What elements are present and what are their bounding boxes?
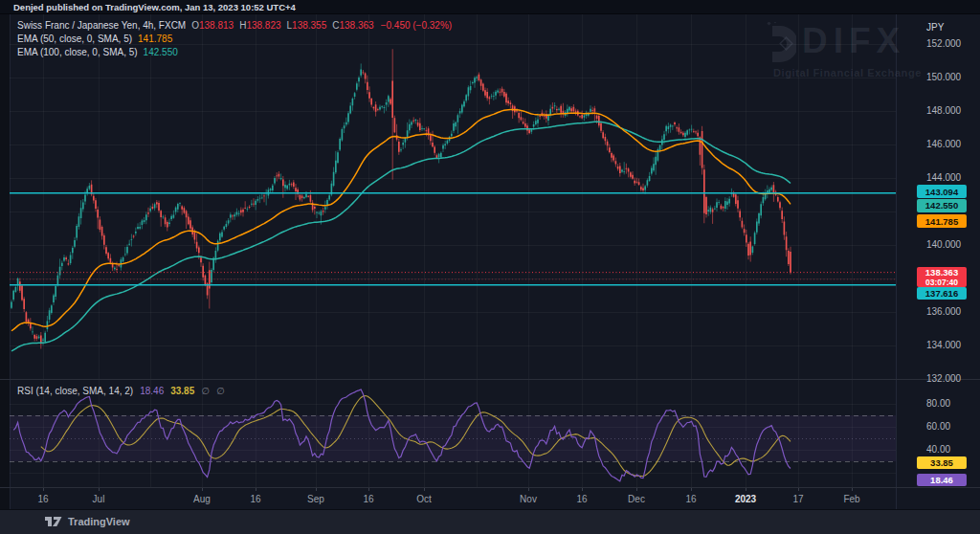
up-bodies — [11, 69, 771, 342]
close-value: 138.363 — [339, 20, 373, 31]
open-label: O — [191, 20, 199, 31]
time-label: 17 — [775, 494, 821, 504]
chart-canvas[interactable] — [0, 0, 980, 534]
ema100-line — [11, 122, 791, 351]
price-tick: 144.000 — [926, 172, 980, 183]
time-label: Oct — [401, 494, 447, 504]
price-badge: 143.094 — [917, 185, 967, 198]
time-label: 2023 — [723, 494, 768, 504]
pane-divider[interactable] — [0, 379, 980, 380]
down-wicks — [20, 49, 791, 348]
rsi-tick: 40.00 — [926, 444, 980, 455]
ema50-value: 141.785 — [138, 33, 172, 44]
rsi-band-hidden-1: ∅ — [201, 386, 210, 396]
price-tick: 132.000 — [926, 373, 980, 384]
ema50-line — [11, 109, 791, 330]
ema100-row: EMA (100, close, 0, SMA, 5)142.550 — [17, 46, 452, 59]
time-label: Nov — [505, 494, 551, 504]
time-label: Feb — [829, 494, 875, 504]
publish-info-bar: Denjed published on TradingView.com, Jan… — [0, 0, 980, 14]
time-label: Dec — [613, 494, 659, 504]
symbol-title[interactable]: Swiss Franc / Japanese Yen, 4h, FXCM — [17, 20, 186, 31]
symbol-legend: Swiss Franc / Japanese Yen, 4h, FXCMO138… — [17, 19, 452, 59]
price-tick: 134.000 — [926, 340, 980, 350]
rsi-sma-value: 33.85 — [170, 386, 194, 396]
price-badge: 142.550 — [917, 199, 967, 212]
time-label: 16 — [20, 494, 66, 504]
ema100-value: 142.550 — [144, 47, 178, 57]
publish-info-text: Denjed published on TradingView.com, Jan… — [13, 2, 296, 12]
tradingview-attribution[interactable]: TradingView — [44, 515, 130, 528]
price-badge: 141.785 — [917, 214, 967, 228]
rsi-tick: 80.00 — [926, 398, 980, 409]
price-tick: 148.000 — [926, 105, 980, 116]
price-tick: 150.000 — [926, 72, 980, 82]
rsi-band-hidden-2: ∅ — [216, 386, 225, 396]
attribution-bar: TradingView — [0, 509, 980, 534]
price-tick: 152.000 — [926, 38, 980, 49]
time-label: Aug — [179, 494, 225, 504]
rsi-badge: 33.85 — [917, 456, 967, 469]
price-badge: 137.616 — [917, 287, 967, 300]
candles-layer — [11, 49, 791, 348]
rsi-badge: 18.46 — [917, 474, 967, 486]
symbol-row: Swiss Franc / Japanese Yen, 4h, FXCMO138… — [17, 19, 452, 33]
rsi-sma-line — [41, 395, 791, 476]
ema50-label[interactable]: EMA (50, close, 0, SMA, 5) — [17, 33, 132, 44]
time-label: Sep — [293, 494, 339, 504]
up-wicks — [11, 63, 771, 345]
time-label: Jul — [76, 494, 122, 504]
time-axis-border — [0, 487, 980, 488]
open-value: 138.813 — [199, 20, 234, 31]
down-bodies — [20, 72, 791, 344]
ema100-label[interactable]: EMA (100, close, 0, SMA, 5) — [17, 47, 138, 57]
tradingview-logo-icon — [44, 515, 62, 528]
ema50-row: EMA (50, close, 0, SMA, 5)141.785 — [17, 33, 452, 46]
price-badge: 138.36303:07:40 — [917, 267, 967, 287]
rsi-legend: RSI (14, close, SMA, 14, 2)18.4633.85∅∅ — [17, 386, 225, 396]
price-axis-currency[interactable]: JPY — [926, 22, 944, 33]
high-value: 138.823 — [246, 20, 280, 31]
time-label: 16 — [668, 494, 714, 504]
rsi-tick: 60.00 — [926, 421, 980, 432]
rsi-label[interactable]: RSI (14, close, SMA, 14, 2) — [17, 386, 133, 396]
time-label: 16 — [345, 494, 391, 504]
time-label: 16 — [233, 494, 278, 504]
price-tick: 136.000 — [926, 306, 980, 317]
low-value: 138.355 — [292, 20, 326, 31]
change-value: −0.450 (−0.32%) — [381, 20, 453, 31]
time-label: 16 — [559, 494, 605, 504]
rsi-value: 18.46 — [140, 386, 164, 396]
tradingview-chart-window: Denjed published on TradingView.com, Jan… — [0, 0, 980, 534]
price-tick: 146.000 — [926, 139, 980, 149]
attribution-text: TradingView — [68, 516, 130, 527]
rsi-line — [13, 389, 791, 481]
price-tick: 140.000 — [926, 239, 980, 250]
